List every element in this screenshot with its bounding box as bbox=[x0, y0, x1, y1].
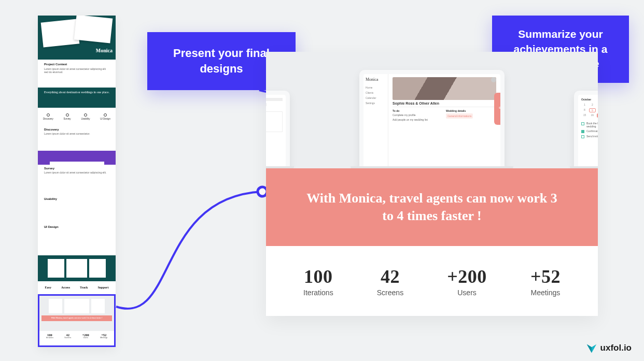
thumb-feature: Access bbox=[61, 286, 70, 289]
thumb-mini-stat-label: Users bbox=[82, 337, 89, 339]
thumb-usability: Usability bbox=[38, 195, 116, 223]
stat-item: 100 Iterations bbox=[303, 266, 333, 297]
thumb-hero-title: Monica bbox=[96, 48, 113, 53]
stats-row: 100 Iterations 42 Screens +200 Users +52… bbox=[266, 246, 598, 316]
thumb-ui-heading: UI Design bbox=[44, 225, 109, 228]
mock-nav-item: Calendar bbox=[366, 96, 386, 99]
callout-text: Present your final designs bbox=[162, 46, 281, 76]
detail-panel: ‹ › Monica Home Clients Calendar bbox=[266, 52, 598, 316]
mock-nav-item: Settings bbox=[366, 102, 386, 105]
stat-value: 42 bbox=[377, 266, 403, 287]
mock-task: Confirmation with caterer bbox=[586, 129, 598, 133]
thumb-feature: Easy bbox=[45, 286, 51, 289]
mock-main: Sophie Ross & Oliver Allen To do Complet… bbox=[388, 74, 500, 168]
brand-name: uxfol.io bbox=[600, 343, 632, 353]
thumb-feature: Track bbox=[80, 286, 88, 289]
thumb-step: UI Design bbox=[100, 118, 110, 120]
thumb-discovery-heading: Discovery bbox=[44, 128, 109, 131]
mock-logo: Monica bbox=[366, 77, 386, 82]
mock-card-heading: Wedding details bbox=[446, 109, 496, 112]
mock-calendar: 1234567 891011121314 15161718192021 bbox=[581, 103, 598, 118]
thumb-mini-stat-value: 100 bbox=[46, 333, 53, 337]
thumb-mini-stat-value: +200 bbox=[82, 333, 89, 337]
thumb-project-heading: Project Context bbox=[44, 63, 109, 66]
stat-label: Users bbox=[447, 288, 487, 297]
case-study-thumbnail: Monica Project Context Lorem ipsum dolor… bbox=[38, 16, 116, 347]
laptop-mockup-left bbox=[266, 91, 290, 168]
mock-hero-photo bbox=[393, 77, 496, 100]
mock-countdown-widget: 6 months before your wedding bbox=[494, 93, 500, 125]
thumb-purple-mock bbox=[38, 151, 116, 165]
mock-card-heading: To do bbox=[393, 109, 443, 112]
thumb-step: Discovery bbox=[43, 118, 53, 120]
thumb-mini-band: With Monica, travel agents can now work … bbox=[41, 315, 112, 321]
thumb-mini-stat-label: Iterations bbox=[46, 337, 53, 339]
stat-item: 42 Screens bbox=[377, 266, 403, 297]
thumb-step: Survey bbox=[64, 118, 71, 120]
thumb-ui: UI Design bbox=[38, 223, 116, 255]
stat-label: Screens bbox=[377, 288, 403, 297]
laptop-mockup-right: October 1234567 891011121314 15161718192… bbox=[574, 91, 598, 168]
mock-task: Book the location from Mary and John's w… bbox=[586, 122, 598, 128]
uxfolio-logo-icon bbox=[586, 342, 597, 354]
thumb-mini-ui bbox=[38, 255, 116, 281]
mock-nav-item: Clients bbox=[366, 91, 386, 94]
mock-widget-text: 6 months before your wedding bbox=[499, 106, 500, 113]
stat-label: Iterations bbox=[303, 288, 333, 297]
thumb-hero: Monica bbox=[38, 16, 116, 60]
thumb-survey: Survey Lorem ipsum dolor sit amet consec… bbox=[38, 165, 116, 195]
stat-item: +200 Users bbox=[447, 266, 487, 297]
thumb-band: Everything about destination weddings in… bbox=[38, 88, 116, 108]
thumb-mini-stat-label: Meetings bbox=[100, 337, 107, 339]
thumb-highlighted-section: With Monica, travel agents can now work … bbox=[38, 294, 116, 347]
mock-profile-names: Sophie Ross & Oliver Allen bbox=[393, 100, 496, 107]
thumb-features: Easy Access Track Support bbox=[38, 281, 116, 294]
stat-value: +52 bbox=[530, 266, 561, 287]
thumb-step: Usability bbox=[81, 118, 90, 120]
thumb-project: Project Context Lorem ipsum dolor sit am… bbox=[38, 60, 116, 88]
mock-nav-item: Home bbox=[366, 86, 386, 89]
mock-pill: General informations bbox=[446, 113, 473, 119]
thumb-mini-final: With Monica, travel agents can now work … bbox=[39, 296, 114, 331]
mock-card-text: Add people on my wedding list bbox=[393, 118, 443, 121]
thumb-usability-heading: Usability bbox=[44, 197, 109, 200]
mock-task: Send invites bbox=[586, 135, 598, 138]
stat-value: +200 bbox=[447, 266, 487, 287]
stat-label: Meetings bbox=[530, 288, 561, 297]
thumb-feature: Support bbox=[97, 286, 108, 289]
stat-value: 100 bbox=[303, 266, 333, 287]
stat-item: +52 Meetings bbox=[530, 266, 561, 297]
thumb-discovery: Discovery Lorem ipsum dolor sit amet con… bbox=[38, 126, 116, 151]
thumb-mini-stat-value: 42 bbox=[64, 333, 71, 337]
mock-sidebar: Monica Home Clients Calendar Settings bbox=[363, 74, 388, 168]
headline-band: With Monica, travel agents can now work … bbox=[266, 168, 598, 246]
mock-calendar-month: October bbox=[581, 98, 598, 101]
avatar-icon bbox=[491, 77, 496, 82]
thumb-steps: Discovery Survey Usability UI Design bbox=[38, 108, 116, 126]
thumb-mini-stats: 100Iterations 42Screens +200Users +52Mee… bbox=[39, 331, 114, 345]
thumb-mini-stat-value: +52 bbox=[100, 333, 107, 337]
mockup-row: ‹ › Monica Home Clients Calendar bbox=[266, 52, 598, 168]
laptop-mockup-center: Monica Home Clients Calendar Settings So… bbox=[359, 70, 505, 168]
thumb-mini-stat-label: Screens bbox=[64, 337, 71, 339]
headline-text: With Monica, travel agents can now work … bbox=[302, 190, 562, 225]
brand-logo: uxfol.io bbox=[586, 342, 632, 354]
